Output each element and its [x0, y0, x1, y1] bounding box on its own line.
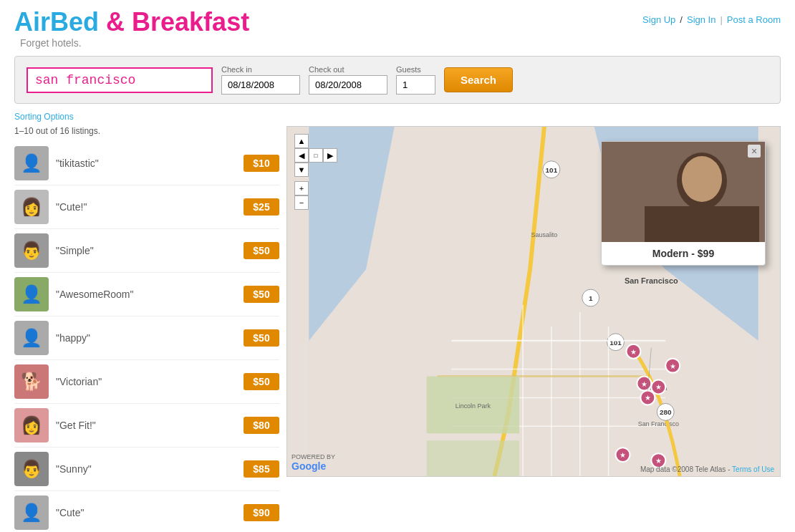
svg-text:San Francisco: San Francisco — [625, 276, 678, 285]
map-zoom-in-button[interactable]: + — [294, 181, 309, 195]
map-zoom-out-button[interactable]: − — [294, 195, 309, 210]
svg-text:★: ★ — [620, 451, 626, 459]
listing-price: $25 — [244, 198, 279, 216]
map-nav-row: ◀ □ ▶ — [294, 148, 337, 163]
guests-group: Guests — [396, 65, 435, 95]
listing-price: $50 — [244, 242, 279, 259]
location-input[interactable]: san francisco — [26, 67, 213, 93]
search-bar: san francisco Check in 08/18/2008 Check … — [14, 56, 781, 104]
header: AirBed & Breakfast Forget hotels. Sign U… — [0, 0, 795, 49]
svg-text:Sausalito: Sausalito — [531, 231, 558, 238]
listing-price: $80 — [244, 417, 279, 434]
listing-name: "Simple" — [56, 245, 244, 256]
checkout-group: Check out 08/20/2008 — [309, 65, 387, 95]
listing-item[interactable]: 👨 "Sunny" $85 — [14, 448, 279, 491]
logo-tagline: Forget hotels. — [20, 37, 249, 49]
listing-avatar: 👤 — [14, 321, 49, 355]
map-attribution: Map data ©2008 Tele Atlas - Terms of Use — [640, 465, 774, 473]
svg-text:★: ★ — [670, 362, 676, 370]
listing-avatar: 👨 — [14, 233, 49, 268]
listing-price: $90 — [244, 504, 279, 521]
terms-of-use-link[interactable]: Terms of Use — [732, 465, 774, 473]
signin-link[interactable]: Sign In — [687, 14, 716, 25]
map-zoom-controls: + − — [294, 181, 337, 210]
map-ctrl-row: ▲ — [294, 134, 337, 148]
map-down-button[interactable]: ▼ — [294, 163, 309, 177]
listing-item[interactable]: 👨 "Simple" $50 — [14, 229, 279, 273]
listing-avatar: 👩 — [14, 408, 49, 442]
signup-link[interactable]: Sign Up — [642, 14, 675, 25]
listing-item[interactable]: 👩 "Get Fit!" $80 — [14, 404, 279, 448]
listing-price: $85 — [244, 460, 279, 478]
map-up-button[interactable]: ▲ — [294, 134, 309, 148]
listing-name: "Get Fit!" — [56, 420, 244, 431]
map-google-logo: POWERED BY Google — [292, 452, 335, 472]
map-ctrl-down-row: ▼ — [294, 163, 337, 177]
logo-area: AirBed & Breakfast Forget hotels. — [14, 7, 249, 49]
listing-avatar: 👤 — [14, 277, 49, 311]
listing-name: "Cute" — [56, 507, 244, 518]
listing-price: $10 — [244, 155, 279, 172]
map-popup: × Modern - $99 — [601, 141, 766, 266]
google-logo: Google — [292, 460, 326, 472]
map-left-button[interactable]: ◀ — [294, 148, 309, 163]
search-button[interactable]: Search — [444, 67, 513, 92]
listing-avatar: 👤 — [14, 146, 49, 180]
listing-name: "Sunny" — [56, 463, 244, 475]
post-room-link[interactable]: Post a Room — [727, 14, 781, 25]
sorting-options: Sorting Options — [14, 111, 781, 122]
svg-text:1: 1 — [589, 294, 593, 302]
svg-text:★: ★ — [655, 383, 662, 391]
guests-input[interactable] — [396, 75, 435, 95]
listing-avatar: 👨 — [14, 452, 49, 486]
svg-text:★: ★ — [645, 394, 651, 402]
svg-text:★: ★ — [641, 380, 647, 388]
listing-avatar: 👤 — [14, 495, 49, 530]
map-popup-close-button[interactable]: × — [748, 145, 761, 158]
checkin-label: Check in — [221, 65, 300, 74]
map-popup-image — [602, 142, 765, 242]
listing-name: "Cute!" — [56, 201, 244, 213]
sorting-options-link[interactable]: Sorting Options — [14, 112, 74, 122]
listing-item[interactable]: 👤 "tikitastic" $10 — [14, 142, 279, 185]
map-data-text: Map data ©2008 Tele Atlas - — [640, 465, 731, 473]
listing-item[interactable]: 🐕 "Victorian" $50 — [14, 360, 279, 404]
header-divider1: / — [680, 14, 683, 25]
svg-text:Lincoln Park: Lincoln Park — [456, 402, 491, 410]
checkout-input[interactable]: 08/20/2008 — [309, 75, 387, 95]
listing-item[interactable]: 👤 "Cute" $90 — [14, 491, 279, 532]
listings-list: 👤 "tikitastic" $10 👩 "Cute!" $25 👨 "Simp… — [14, 142, 279, 532]
listing-avatar: 👩 — [14, 190, 49, 224]
listing-price: $50 — [244, 286, 279, 303]
listing-item[interactable]: 👤 "happy" $50 — [14, 316, 279, 360]
main-content: 1–10 out of 16 listings. 👤 "tikitastic" … — [0, 126, 795, 532]
map-popup-photo — [602, 142, 765, 242]
svg-text:101: 101 — [546, 166, 558, 174]
guests-label: Guests — [396, 65, 435, 74]
svg-text:280: 280 — [660, 408, 672, 416]
logo-separator: & — [99, 7, 132, 37]
svg-text:★: ★ — [630, 348, 637, 356]
header-links: Sign Up / Sign In | Post a Room — [642, 14, 781, 25]
listing-name: "Victorian" — [56, 376, 244, 387]
listing-item[interactable]: 👤 "AwesomeRoom" $50 — [14, 273, 279, 316]
map-container: 101 101 1 Lincoln Park — [286, 126, 781, 477]
svg-text:San Francisco: San Francisco — [638, 420, 679, 427]
checkin-input[interactable]: 08/18/2008 — [221, 75, 300, 95]
svg-rect-21 — [427, 440, 519, 476]
svg-text:★: ★ — [655, 457, 662, 465]
listings-panel: 1–10 out of 16 listings. 👤 "tikitastic" … — [14, 126, 279, 532]
logo-part1: AirBed — [14, 7, 99, 37]
listing-price: $50 — [244, 373, 279, 390]
listing-item[interactable]: 👩 "Cute!" $25 — [14, 185, 279, 229]
map-popup-label: Modern - $99 — [602, 242, 765, 265]
logo: AirBed & Breakfast — [14, 7, 249, 37]
listing-name: "tikitastic" — [56, 158, 244, 169]
logo-part2: Breakfast — [132, 7, 249, 37]
listing-name: "happy" — [56, 332, 244, 344]
map-right-button[interactable]: ▶ — [323, 148, 337, 163]
checkin-group: Check in 08/18/2008 — [221, 65, 300, 95]
map-overview-button[interactable]: □ — [309, 148, 323, 163]
listings-count: 1–10 out of 16 listings. — [14, 126, 279, 136]
powered-by-label: POWERED BY — [292, 453, 335, 460]
